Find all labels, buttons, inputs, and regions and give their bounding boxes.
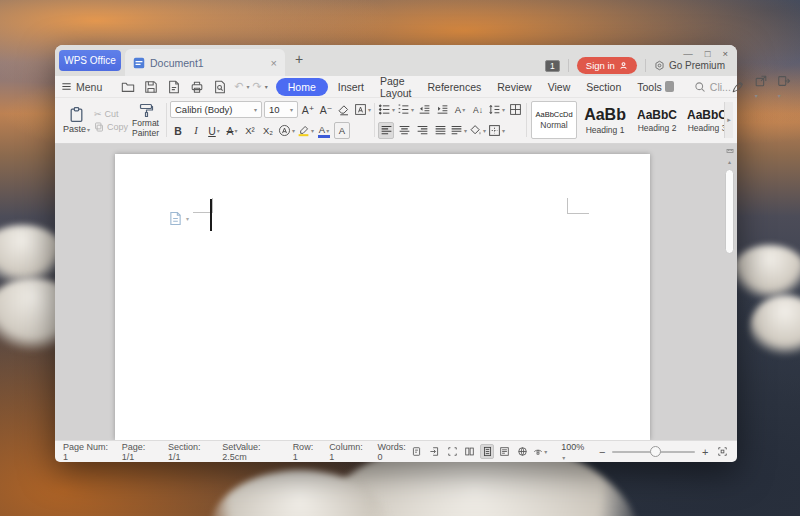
web-layout-button[interactable] [516,444,530,459]
character-border-button[interactable]: ▾ [354,101,371,118]
page-options-button[interactable]: ▾ [169,211,189,226]
align-left-button[interactable] [378,122,394,139]
go-premium-button[interactable]: Go Premium [654,60,725,71]
tab-references[interactable]: References [420,78,490,96]
fit-page-button[interactable] [715,444,729,459]
italic-button[interactable]: I [188,122,204,139]
style-normal[interactable]: AaBbCcDd Normal [531,101,577,139]
ink-annotate-button[interactable] [731,80,745,94]
share-button[interactable]: ▾ [754,74,768,100]
convert-caret-icon[interactable]: ▾ [778,93,781,99]
clear-formatting-button[interactable] [336,101,352,118]
customize-qat-icon[interactable]: ▾ [265,83,268,90]
font-size-combobox[interactable]: 10▾ [264,101,298,118]
ruler-toggle-button[interactable] [725,146,735,156]
tab-tools[interactable]: Tools [629,78,682,96]
bullets-button[interactable]: ▾ [378,101,395,118]
decrease-indent-button[interactable] [416,101,432,118]
open-file-button[interactable] [120,79,136,95]
status-page-num: Page Num: 1 [63,442,111,462]
sign-in-button[interactable]: Sign in [577,57,637,74]
statusbar-right: ▾ 100% ▾ − + [410,442,729,462]
vertical-scrollbar[interactable]: ▴ [724,146,735,438]
wps-office-home-button[interactable]: WPS Office [59,50,121,71]
borders-button[interactable]: ▾ [488,122,505,139]
copy-button[interactable]: Copy [94,122,128,132]
line-spacing-button[interactable]: ▾ [488,101,505,118]
tab-page-layout[interactable]: Page Layout [372,78,420,96]
font-name-combobox[interactable]: Calibri (Body)▾ [170,101,262,118]
table-grid-button[interactable] [507,101,523,118]
tab-insert[interactable]: Insert [330,78,372,96]
text-effects-button[interactable]: ▾ [278,122,295,139]
zoom-slider-knob[interactable] [650,446,661,457]
format-painter-button[interactable]: FormatPainter [128,101,163,139]
jump-to-page-button[interactable] [428,444,442,459]
print-layout-button[interactable] [480,444,494,459]
paste-button[interactable]: Paste▾ [59,105,94,135]
superscript-button[interactable]: X² [242,122,258,139]
close-tab-icon[interactable]: × [271,57,277,69]
zoom-out-button[interactable]: − [599,446,605,458]
change-case-button[interactable]: A▾ [452,101,468,118]
document-page[interactable]: ▾ [115,154,650,440]
quick-access-toolbar [120,79,228,95]
justify-button[interactable] [432,122,448,139]
search-box[interactable]: Cli... [694,81,731,93]
zoom-level-button[interactable]: 100% ▾ [561,442,590,462]
menu-button[interactable]: Menu [61,81,102,93]
zoom-slider[interactable] [612,451,695,453]
tab-review[interactable]: Review [489,78,539,96]
full-screen-button[interactable] [445,444,459,459]
numbering-button[interactable]: ▾ [397,101,414,118]
share-caret-icon[interactable]: ▾ [755,93,758,99]
scrollbar-thumb[interactable] [725,169,734,254]
ribbon-right-icons: ▾ ▾ ⋮ ∧ [731,74,800,100]
decrease-font-button[interactable]: A⁻ [318,101,334,118]
underline-button[interactable]: U▾ [206,122,222,139]
align-center-button[interactable] [396,122,412,139]
character-shading-button[interactable]: A [334,122,350,139]
line-spacing-icon [488,103,501,116]
bold-button[interactable]: B [170,122,186,139]
distribute-button[interactable]: ▾ [450,122,467,139]
eye-protection-button[interactable]: ▾ [533,444,547,459]
read-layout-button[interactable] [463,444,477,459]
strikethrough-button[interactable]: A▾ [224,122,240,139]
shading-button[interactable]: ▾ [469,122,486,139]
highlight-color-button[interactable]: ▾ [297,122,314,139]
increase-indent-button[interactable] [434,101,450,118]
increase-font-button[interactable]: A⁺ [300,101,316,118]
document-tab[interactable]: Document1 × [125,49,285,76]
borders-caret-icon: ▾ [502,127,505,134]
tab-home[interactable]: Home [276,78,328,96]
outline-view-button[interactable] [498,444,512,459]
style-heading-2[interactable]: AaBbC Heading 2 [633,101,681,139]
paste-caret-icon[interactable]: ▾ [87,127,90,133]
change-case-caret-icon: ▾ [462,106,465,113]
new-tab-button[interactable]: + [295,51,303,67]
print-button[interactable] [189,79,205,95]
tab-view[interactable]: View [540,78,579,96]
undo-caret-icon[interactable]: ▾ [246,83,249,90]
cut-button[interactable]: ✂Cut [94,109,128,119]
task-pane-button[interactable] [410,444,424,459]
zoom-level-value: 100% [561,442,584,452]
align-left-icon [380,124,393,137]
convert-button[interactable]: ▾ [777,74,791,100]
notification-badge[interactable]: 1 [545,60,560,72]
styles-scroll-button[interactable]: ▸ [724,102,733,138]
scroll-up-icon[interactable]: ▴ [725,156,735,166]
export-pdf-button[interactable] [166,79,182,95]
sort-button[interactable]: A↓ [470,101,486,118]
save-button[interactable] [143,79,159,95]
redo-button[interactable]: ↷ [253,80,262,93]
print-preview-button[interactable] [212,79,228,95]
subscript-button[interactable]: X₂ [260,122,276,139]
zoom-in-button[interactable]: + [702,446,708,458]
tab-section[interactable]: Section [578,78,629,96]
undo-button[interactable]: ↶ [234,80,243,93]
align-right-button[interactable] [414,122,430,139]
style-heading-1[interactable]: AaBb Heading 1 [579,101,631,139]
font-color-button[interactable]: A▾ [316,122,332,139]
